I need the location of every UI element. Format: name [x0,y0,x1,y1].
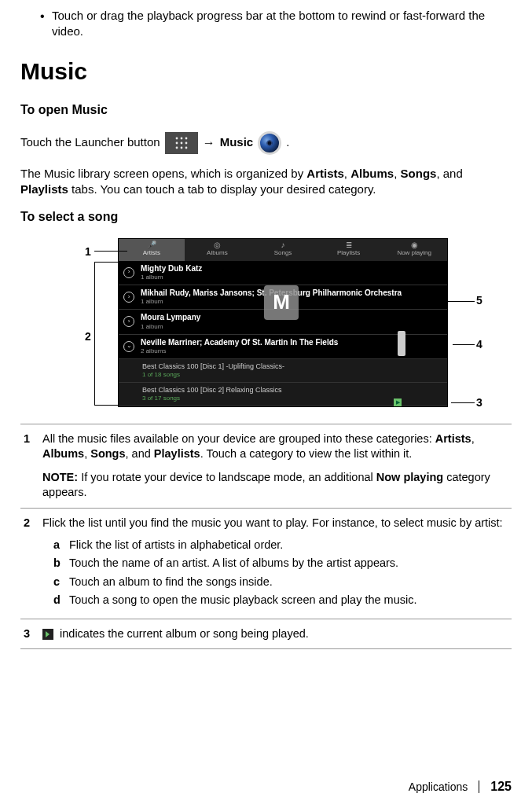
heading-select-song: To select a song [20,208,512,226]
svg-point-7 [180,146,182,149]
note-text: If you rotate your device to landscape m… [78,471,376,483]
sub-letter: b [53,556,64,571]
launcher-instruction: Touch the Launcher button → Music . [20,131,512,155]
lib-d: tabs. You can touch a tab to display you… [68,182,376,196]
tab-songs[interactable]: ♪Songs [250,239,316,261]
tab-albums[interactable]: ◎Albums [185,239,251,261]
legend-text: indicates the current album or song bein… [57,627,309,640]
svg-point-0 [175,137,178,139]
note-label: NOTE: [42,471,78,483]
sub-letter: d [53,593,64,608]
tab-artists[interactable]: 🎤Artists [119,239,185,261]
callout-4: 4 [476,337,482,352]
scrollbar-thumb[interactable] [398,331,405,356]
now-playing-indicator-icon: ▶ [394,398,402,406]
legend-bold: Albums [42,447,84,460]
svg-point-2 [185,137,187,139]
lib-c1: , [344,167,350,180]
list-icon: ≣ [346,241,352,249]
lib-b4: Playlists [20,182,68,196]
intro-bullet: • Touch or drag the playback progress ba… [20,8,512,40]
legend-text: , [471,432,475,445]
list-item[interactable]: ›Mighty Dub Katz1 album [119,261,447,285]
tab-songs-label: Songs [274,249,292,258]
sub-letter: a [53,538,64,553]
music-screenshot: 🎤Artists ◎Albums ♪Songs ≣Playlists ◉Now … [118,238,448,407]
sub-letter: c [53,575,64,590]
legend-note: NOTE: If you rotate your device to lands… [42,470,507,501]
chevron-down-icon: ⌄ [123,341,134,352]
legend-table: 1 All the music files available on your … [20,424,512,650]
svg-point-1 [180,137,182,139]
legend-cell: Flick the list until you find the music … [42,508,512,619]
chevron-right-icon: › [123,267,134,278]
footer-divider [479,780,479,793]
arrow-icon: → [203,134,215,152]
tab-playlists[interactable]: ≣Playlists [316,239,382,261]
lib-b2: Albums [350,167,394,180]
chevron-right-icon: › [123,316,134,327]
tab-playlists-label: Playlists [337,249,360,258]
table-row: 2 Flick the list until you find the musi… [20,508,512,619]
fast-scroll-letter: M [264,285,299,320]
launcher-post: . [286,134,289,150]
sub-list: aFlick the list of artists in alphabetic… [42,538,507,608]
legend-num: 1 [20,424,42,508]
callout-2: 2 [85,329,91,344]
table-row: 1 All the music files available on your … [20,424,512,508]
speaker-icon: ◉ [411,241,418,249]
lib-c3: , and [436,167,462,180]
callout-line [94,405,118,406]
note-bold: Now playing [376,471,443,483]
callout-line [453,344,475,345]
legend-bold: Artists [435,432,471,445]
lib-c2: , [394,167,400,180]
legend-text: All the music files available on your de… [42,432,435,445]
launcher-pre: Touch the Launcher button [20,134,160,150]
callout-5: 5 [476,293,482,308]
callout-line [94,262,118,263]
lib-a: The Music library screen opens, which is… [20,167,306,180]
chevron-right-icon: › [123,292,134,303]
svg-point-5 [185,141,187,144]
footer-section: Applications [409,780,468,795]
artist-name: Mighty Dub Katz [141,263,442,274]
sub-item: cTouch an album to find the songs inside… [53,575,507,590]
svg-point-8 [185,146,187,149]
sub-text: Flick the list of artists in alphabetica… [69,538,283,553]
tab-artists-label: Artists [143,249,160,258]
intro-bullet-text: Touch or drag the playback progress bar … [52,8,512,40]
music-screenshot-figure: 🎤Artists ◎Albums ♪Songs ≣Playlists ◉Now … [20,238,512,419]
note-icon: ♪ [281,241,284,249]
tab-nowplaying-label: Now playing [397,249,431,258]
legend-num: 3 [20,619,42,649]
tab-albums-label: Albums [207,249,228,258]
callout-line [94,251,127,252]
sub-item: bTouch the name of an artist. A list of … [53,556,507,571]
mic-icon: 🎤 [147,241,156,249]
callout-line [300,301,475,302]
heading-music: Music [20,56,512,88]
callout-3: 3 [476,395,482,410]
sub-text: Touch a song to open the music playback … [69,593,417,608]
play-indicator-icon [42,629,53,640]
svg-point-4 [180,141,182,144]
callout-1: 1 [85,244,91,259]
lib-b1: Artists [306,167,344,180]
bullet-dot: • [20,8,52,40]
sub-item: dTouch a song to open the music playback… [53,593,507,608]
sub-text: Touch the name of an artist. A list of a… [69,556,398,571]
album-name: Best Classics 100 [Disc 2] Relaxing Clas… [142,385,442,395]
music-app-icon [258,131,281,155]
album-name: Best Classics 100 [Disc 1] -Uplifting Cl… [142,362,442,371]
svg-point-6 [175,146,178,149]
tab-nowplaying[interactable]: ◉Now playing [381,239,447,261]
disc-icon: ◎ [214,241,221,249]
sub-text: Touch an album to find the songs inside. [69,575,273,590]
legend-num: 2 [20,508,42,619]
album-subitem[interactable]: Best Classics 100 [Disc 1] -Uplifting Cl… [119,359,447,383]
artist-meta: 1 album [141,323,442,332]
legend-text: , and [126,447,154,460]
legend-bold: Songs [90,447,125,460]
legend-text: Flick the list until you find the music … [42,516,503,529]
